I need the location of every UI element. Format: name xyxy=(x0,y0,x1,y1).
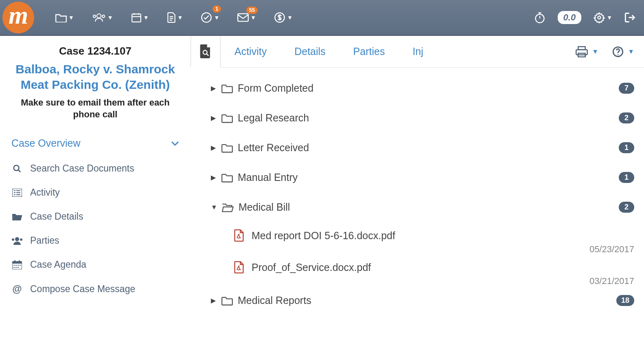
timer-value[interactable]: 0.0 xyxy=(558,11,582,24)
svg-point-30 xyxy=(20,238,22,241)
caret-down-icon: ▼ xyxy=(250,14,256,21)
sidebar-item-label: Case Agenda xyxy=(30,259,86,270)
tasks-menu[interactable]: 1 ▼ xyxy=(192,9,228,26)
sidebar-item-parties[interactable]: Parties xyxy=(10,229,181,253)
billing-menu[interactable]: ▼ xyxy=(265,9,302,26)
users-icon xyxy=(11,237,23,245)
svg-rect-38 xyxy=(20,265,21,266)
folder-row[interactable]: ▶Form Completed7 xyxy=(211,73,634,103)
case-overview-toggle[interactable]: Case Overview xyxy=(10,134,181,156)
svg-rect-11 xyxy=(238,14,248,22)
tab-activity[interactable]: Activity xyxy=(221,36,280,67)
sidebar: Case 1234.107 Balboa, Rocky v. Shamrock … xyxy=(0,36,191,339)
folder-icon xyxy=(221,296,233,306)
print-menu[interactable]: ▼ xyxy=(576,46,598,57)
help-menu[interactable]: ▼ xyxy=(612,46,634,57)
svg-rect-3 xyxy=(132,14,141,22)
mail-menu[interactable]: 55 ▼ xyxy=(228,10,265,25)
folder-count-badge: 1 xyxy=(619,172,634,183)
folder-open-icon xyxy=(12,213,22,221)
tab-parties[interactable]: Parties xyxy=(340,36,399,67)
file-date: 05/23/2017 xyxy=(589,244,634,255)
content-area: Activity Details Parties Inj ▼ ▼ ▶Form C… xyxy=(191,36,644,339)
svg-point-29 xyxy=(12,238,14,241)
calendar-menu[interactable]: ▼ xyxy=(122,9,158,26)
folder-icon xyxy=(221,143,233,153)
svg-line-20 xyxy=(18,170,21,172)
topbar-right: 0.0 ▼ xyxy=(534,11,636,24)
folder-count-badge: 2 xyxy=(619,112,634,123)
caret-right-icon: ▶ xyxy=(211,144,219,152)
caret-down-icon: ▼ xyxy=(143,14,149,21)
case-title[interactable]: Balboa, Rocky v. Shamrock Meat Packing C… xyxy=(10,62,181,92)
sidebar-item-compose-message[interactable]: @ Compose Case Message xyxy=(10,277,181,301)
folder-name: Letter Received xyxy=(238,142,309,154)
print-icon xyxy=(576,46,588,57)
app-logo[interactable]: m xyxy=(2,2,34,33)
people-icon xyxy=(92,13,106,22)
folder-row[interactable]: ▶Manual Entry1 xyxy=(211,163,634,192)
search-icon xyxy=(13,164,22,173)
caret-down-icon: ▼ xyxy=(177,14,183,21)
caret-right-icon: ▶ xyxy=(211,297,219,304)
caret-down-icon: ▼ xyxy=(607,14,612,21)
folder-row[interactable]: ▶Legal Research2 xyxy=(211,103,634,133)
folder-icon xyxy=(221,113,233,123)
sidebar-item-case-agenda[interactable]: Case Agenda xyxy=(10,253,181,277)
folder-count-badge: 1 xyxy=(619,142,634,153)
document-search-icon xyxy=(199,44,212,58)
tab-inj[interactable]: Inj xyxy=(399,36,437,67)
document-menu[interactable]: ▼ xyxy=(158,9,192,26)
caret-right-icon: ▶ xyxy=(211,84,219,92)
topbar-menu: ▼ ▼ ▼ ▼ 1 ▼ 55 ▼ ▼ xyxy=(46,9,302,26)
svg-rect-33 xyxy=(14,260,15,262)
logout-button[interactable] xyxy=(624,12,636,23)
caret-down-icon: ▼ xyxy=(592,48,598,55)
folder-name: Manual Entry xyxy=(238,172,298,183)
file-row[interactable]: Med report DOI 5-6-16.docx.pdf05/23/2017 xyxy=(211,222,634,254)
sidebar-item-label: Parties xyxy=(30,235,59,246)
folder-name: Form Completed xyxy=(238,82,313,94)
svg-rect-23 xyxy=(16,190,20,191)
tab-documents-active[interactable] xyxy=(191,36,221,68)
at-icon: @ xyxy=(11,283,23,295)
svg-rect-24 xyxy=(14,192,15,193)
tab-details[interactable]: Details xyxy=(280,36,339,67)
svg-rect-34 xyxy=(19,260,20,262)
svg-point-1 xyxy=(93,15,96,18)
svg-rect-41 xyxy=(18,267,19,268)
tasks-badge: 1 xyxy=(212,5,221,13)
file-date: 03/21/2017 xyxy=(589,276,634,286)
settings-menu[interactable]: ▼ xyxy=(594,12,612,23)
folder-menu[interactable]: ▼ xyxy=(46,9,83,26)
folder-row[interactable]: ▶Letter Received1 xyxy=(211,133,634,163)
sidebar-item-case-details[interactable]: Case Details xyxy=(10,205,181,229)
folder-icon xyxy=(55,13,67,22)
overview-label: Case Overview xyxy=(11,137,81,149)
folder-row[interactable]: ▼Medical Bill2 xyxy=(211,192,634,222)
svg-point-13 xyxy=(535,14,544,23)
tabbar: Activity Details Parties Inj ▼ ▼ xyxy=(191,36,644,68)
stopwatch-icon xyxy=(534,12,545,23)
pdf-icon xyxy=(234,229,244,242)
list-icon xyxy=(12,189,22,197)
stopwatch-button[interactable] xyxy=(534,12,545,23)
sidebar-item-label: Compose Case Message xyxy=(30,284,135,295)
sidebar-item-activity[interactable]: Activity xyxy=(10,181,181,205)
folder-count-badge: 18 xyxy=(616,295,634,306)
folder-name: Legal Research xyxy=(238,112,309,124)
svg-rect-22 xyxy=(14,190,15,191)
file-row[interactable]: Proof_of_Service.docx.pdf03/21/2017 xyxy=(211,254,634,286)
svg-rect-32 xyxy=(12,262,22,264)
people-menu[interactable]: ▼ xyxy=(83,9,122,26)
chevron-down-icon xyxy=(171,141,179,146)
svg-rect-39 xyxy=(13,267,15,268)
svg-point-19 xyxy=(14,165,19,170)
check-circle-icon xyxy=(201,12,212,23)
gear-icon xyxy=(594,12,605,23)
sidebar-item-search-docs[interactable]: Search Case Documents xyxy=(10,156,181,181)
folder-count-badge: 2 xyxy=(619,202,634,213)
folder-name: Medical Bill xyxy=(239,201,290,213)
folder-row[interactable]: ▶Medical Reports18 xyxy=(211,286,634,315)
caret-down-icon: ▼ xyxy=(107,14,113,21)
